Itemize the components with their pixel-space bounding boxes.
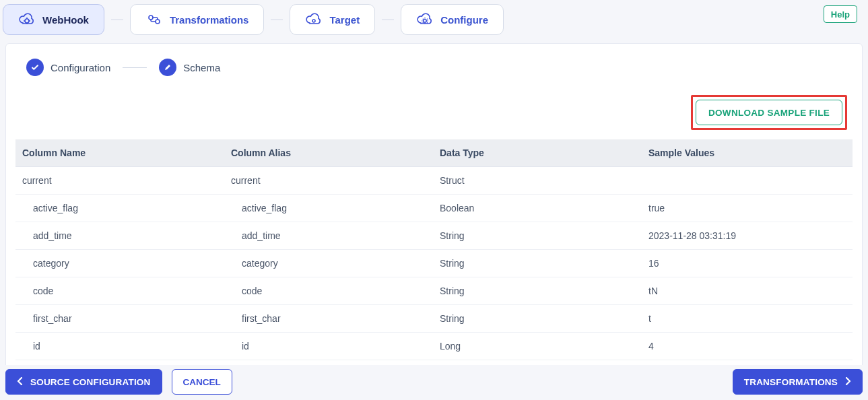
svg-point-2: [156, 20, 160, 24]
wizard-footer: SOURCE CONFIGURATION CANCEL TRANSFORMATI…: [0, 365, 868, 400]
cell-sample-value: 16: [642, 250, 853, 277]
schema-table: Column Name Column Alias Data Type Sampl…: [15, 139, 853, 376]
cell-sample-value: tN: [642, 277, 853, 305]
table-header-row: Column Name Column Alias Data Type Sampl…: [15, 139, 853, 167]
table-row[interactable]: add_timeadd_timeString2023-11-28 03:31:1…: [15, 222, 853, 250]
cell-column-alias: category: [224, 250, 433, 277]
cell-sample-value: [642, 167, 853, 195]
cell-data-type: Long: [433, 333, 642, 360]
edit-circle-icon: [159, 59, 176, 76]
sub-step-label: Schema: [183, 62, 220, 73]
chevron-left-icon: [17, 377, 24, 387]
th-column-alias: Column Alias: [224, 139, 433, 167]
cell-column-name: active_flag: [15, 195, 224, 222]
sub-step-label: Configuration: [51, 62, 110, 73]
chevron-right-icon: [844, 377, 851, 387]
cell-column-name: add_time: [15, 222, 224, 250]
table-row[interactable]: first_charfirst_charStringt: [15, 305, 853, 333]
cell-sample-value: t: [642, 305, 853, 333]
cell-data-type: String: [433, 222, 642, 250]
wizard-stepper: WebHook Transformations Target: [0, 0, 868, 39]
cloud-webhook-icon: [18, 13, 36, 26]
help-button[interactable]: Help: [824, 5, 857, 23]
th-data-type: Data Type: [433, 139, 642, 167]
table-row[interactable]: codecodeStringtN: [15, 277, 853, 305]
cell-data-type: String: [433, 250, 642, 277]
step-webhook[interactable]: WebHook: [3, 4, 104, 35]
th-sample-values: Sample Values: [642, 139, 853, 167]
sub-stepper: Configuration Schema: [6, 44, 862, 83]
cell-data-type: String: [433, 305, 642, 333]
next-button-label: TRANSFORMATIONS: [744, 377, 838, 387]
step-target[interactable]: Target: [290, 4, 375, 35]
table-row[interactable]: active_flagactive_flagBooleantrue: [15, 195, 853, 222]
back-button-label: SOURCE CONFIGURATION: [30, 377, 151, 387]
sub-step-configuration[interactable]: Configuration: [26, 59, 110, 76]
cell-column-name: category: [15, 250, 224, 277]
next-transformations-button[interactable]: TRANSFORMATIONS: [733, 369, 863, 395]
cell-sample-value: true: [642, 195, 853, 222]
download-sample-file-button[interactable]: DOWNLOAD SAMPLE FILE: [696, 100, 842, 125]
cell-data-type: String: [433, 277, 642, 305]
download-row: DOWNLOAD SAMPLE FILE: [6, 83, 862, 134]
step-configure[interactable]: Configure: [401, 4, 504, 35]
svg-point-0: [25, 19, 29, 23]
step-label: Transformations: [170, 14, 249, 26]
sub-step-schema[interactable]: Schema: [159, 59, 220, 76]
stepper-separator: [271, 20, 283, 20]
svg-point-1: [149, 15, 153, 20]
svg-point-3: [312, 20, 315, 22]
cell-column-alias: active_flag: [224, 195, 433, 222]
step-label: WebHook: [42, 14, 89, 26]
cell-column-name: current: [15, 167, 224, 195]
svg-point-4: [424, 20, 426, 22]
cell-column-alias: first_char: [224, 305, 433, 333]
cell-sample-value: 4: [642, 333, 853, 360]
table-row[interactable]: ididLong4: [15, 333, 853, 360]
step-label: Configure: [440, 14, 488, 26]
table-row[interactable]: categorycategoryString16: [15, 250, 853, 277]
transform-icon: [145, 13, 163, 26]
cloud-gear-icon: [416, 13, 434, 26]
cell-column-alias: current: [224, 167, 433, 195]
cancel-button[interactable]: CANCEL: [172, 369, 232, 395]
cell-column-alias: code: [224, 277, 433, 305]
sub-stepper-separator: [123, 67, 147, 68]
schema-table-scroll[interactable]: Column Name Column Alias Data Type Sampl…: [6, 134, 862, 376]
cell-column-alias: add_time: [224, 222, 433, 250]
step-label: Target: [329, 14, 360, 26]
download-highlight-box: DOWNLOAD SAMPLE FILE: [691, 95, 847, 130]
cell-column-name: id: [15, 333, 224, 360]
cell-column-name: code: [15, 277, 224, 305]
cloud-target-icon: [305, 13, 323, 26]
stepper-separator: [382, 20, 394, 20]
stepper-separator: [111, 20, 123, 20]
th-column-name: Column Name: [15, 139, 224, 167]
schema-panel: Configuration Schema DOWNLOAD SAMPLE FIL…: [5, 43, 863, 377]
cell-column-alias: id: [224, 333, 433, 360]
cell-column-name: first_char: [15, 305, 224, 333]
back-source-configuration-button[interactable]: SOURCE CONFIGURATION: [5, 369, 162, 395]
cell-data-type: Struct: [433, 167, 642, 195]
table-row[interactable]: currentcurrentStruct: [15, 167, 853, 195]
cell-data-type: Boolean: [433, 195, 642, 222]
check-circle-icon: [26, 59, 44, 76]
step-transformations[interactable]: Transformations: [130, 4, 265, 35]
cell-sample-value: 2023-11-28 03:31:19: [642, 222, 853, 250]
